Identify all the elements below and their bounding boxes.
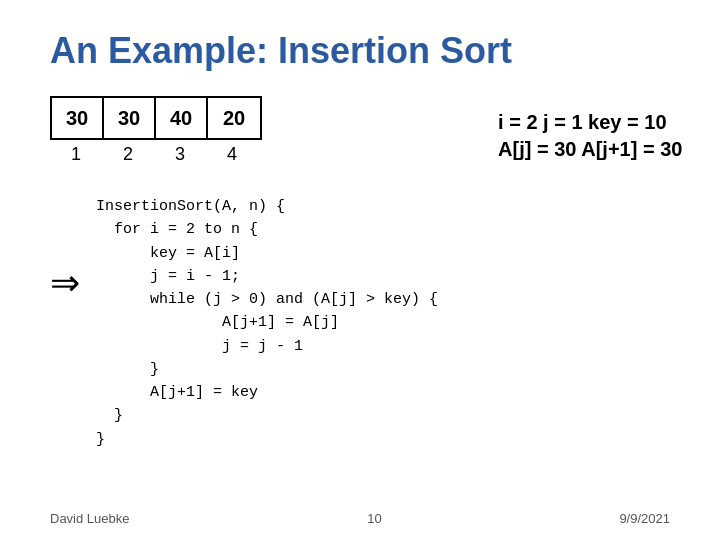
info-line2: A[j] = 30 A[j+1] = 30 [498,138,720,161]
array-index-3: 4 [206,144,258,165]
array-cell-0: 30 [52,98,104,138]
array-index-0: 1 [50,144,102,165]
footer-date: 9/9/2021 [619,511,670,526]
array-index-1: 2 [102,144,154,165]
footer: David Luebke 10 9/9/2021 [50,511,670,526]
array-cell-2: 40 [156,98,208,138]
array-cells: 30 30 40 20 [50,96,262,140]
footer-author: David Luebke [50,511,130,526]
array-container: 30 30 40 20 1 2 3 4 [50,96,262,165]
info-line1: i = 2 j = 1 key = 10 [498,111,720,134]
array-indices: 1 2 3 4 [50,144,258,165]
array-index-2: 3 [154,144,206,165]
code-block: InsertionSort(A, n) { for i = 2 to n { k… [96,195,438,451]
array-cell-3: 20 [208,98,260,138]
left-column: 30 30 40 20 1 2 3 4 ⇒ InsertionSort(A, n… [50,96,438,451]
code-section: ⇒ InsertionSort(A, n) { for i = 2 to n {… [50,195,438,451]
array-cell-1: 30 [104,98,156,138]
slide-title: An Example: Insertion Sort [50,30,670,72]
info-box: i = 2 j = 1 key = 10 A[j] = 30 A[j+1] = … [478,101,720,175]
arrow-icon: ⇒ [50,265,80,301]
footer-page: 10 [367,511,381,526]
slide: An Example: Insertion Sort 30 30 40 20 1… [0,0,720,540]
